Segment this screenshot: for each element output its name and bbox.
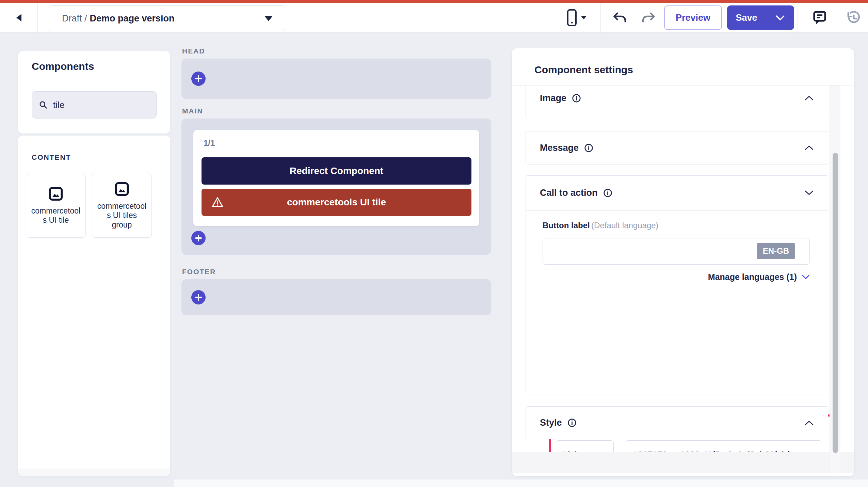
back-arrow-icon — [16, 14, 21, 21]
section-title: Style — [540, 418, 562, 428]
info-icon[interactable] — [572, 94, 581, 103]
head-drop-zone — [181, 59, 491, 99]
section-title: Image — [540, 93, 566, 104]
section-image-header[interactable]: Image — [526, 85, 828, 118]
settings-scrollbar-track — [830, 85, 840, 473]
chevron-down-icon — [804, 190, 814, 195]
section-message: Message — [526, 131, 828, 164]
undo-button[interactable] — [609, 8, 630, 27]
canvas-bottom-strip — [174, 480, 868, 487]
main-drop-zone: 1/1 Redirect Component commercetools UI … — [181, 119, 491, 255]
divider — [526, 210, 828, 211]
manage-languages-row: Manage languages (1) — [543, 272, 810, 282]
footer-drop-zone — [181, 279, 491, 315]
chevron-down-icon — [581, 16, 586, 19]
undo-icon — [612, 12, 627, 24]
info-icon[interactable] — [584, 143, 593, 153]
chevron-up-icon — [804, 420, 814, 426]
save-button[interactable]: Save — [727, 5, 766, 30]
settings-panel-title: Component settings — [534, 64, 633, 76]
components-panel: Components — [18, 51, 170, 133]
section-message-header[interactable]: Message — [526, 131, 828, 164]
add-component-main-button[interactable] — [191, 231, 206, 245]
component-bar-label: commercetools UI tile — [287, 197, 386, 208]
plus-icon — [195, 234, 202, 242]
page-indicator: 1/1 — [204, 138, 215, 148]
comment-icon — [812, 10, 827, 26]
save-button-label: Save — [736, 13, 757, 23]
components-list-panel: CONTENT commercetools UI tile commerceto… — [18, 136, 170, 476]
save-split-button[interactable]: Save — [727, 5, 794, 30]
section-style-header[interactable]: Style — [526, 407, 828, 439]
image-icon — [114, 181, 130, 197]
page-version-dropdown[interactable]: Draft / Demo page version — [49, 5, 285, 31]
chevron-down-icon — [264, 16, 273, 21]
button-label-field-label: Button label (Default language) — [543, 221, 659, 230]
settings-scrollbar-thumb[interactable] — [833, 153, 838, 453]
locale-badge: EN-GB — [757, 243, 795, 259]
history-button[interactable] — [842, 8, 864, 27]
add-component-footer-button[interactable] — [191, 290, 206, 304]
component-item-ui-tile[interactable]: commercetools UI tile — [26, 173, 86, 238]
components-panel-title: Components — [32, 61, 94, 72]
panel-footer-strip — [512, 452, 854, 473]
info-icon[interactable] — [603, 188, 612, 198]
top-toolbar: Draft / Demo page version Preview Save — [0, 0, 868, 33]
page-frame: 1/1 Redirect Component commercetools UI … — [193, 130, 479, 226]
back-button[interactable] — [0, 3, 37, 33]
manage-languages-link[interactable]: Manage languages (1) — [708, 272, 797, 282]
divider — [600, 3, 601, 33]
info-icon[interactable] — [567, 418, 577, 427]
component-search[interactable] — [32, 91, 157, 119]
section-style: Style — [526, 406, 828, 439]
redirect-component-bar[interactable]: Redirect Component — [202, 157, 471, 185]
search-icon — [39, 100, 48, 110]
chevron-up-icon — [804, 145, 814, 151]
component-item-label: commercetools UI tile — [31, 206, 81, 225]
panel-footer-strip — [18, 469, 170, 476]
preview-button[interactable]: Preview — [664, 5, 722, 30]
section-cta-header[interactable]: Call to action — [526, 176, 828, 210]
plus-icon — [195, 75, 202, 82]
preview-button-label: Preview — [676, 13, 710, 23]
default-language-hint: (Default language) — [591, 221, 658, 230]
content-section-label: CONTENT — [32, 153, 71, 161]
comments-button[interactable] — [809, 8, 831, 27]
chevron-down-icon — [775, 15, 785, 21]
save-options-button[interactable] — [766, 5, 794, 30]
divider — [798, 3, 798, 33]
section-title: Call to action — [540, 188, 598, 198]
chevron-up-icon — [804, 95, 814, 101]
component-item-ui-tiles-group[interactable]: commercetools UI tiles group — [92, 173, 152, 238]
redo-button[interactable] — [639, 8, 659, 27]
plus-icon — [195, 294, 202, 301]
device-preview-selector[interactable] — [561, 5, 592, 30]
topbar-accent-strip — [0, 0, 868, 3]
zone-label-main: MAIN — [182, 107, 203, 115]
mobile-phone-icon — [566, 9, 578, 27]
version-state-label: Draft / — [62, 13, 87, 24]
section-call-to-action: Call to action Button label (Default lan… — [526, 175, 828, 394]
version-name-label: Demo page version — [90, 13, 175, 24]
zone-label-footer: FOOTER — [182, 268, 216, 276]
image-icon — [48, 186, 64, 202]
ui-tile-component-bar[interactable]: commercetools UI tile — [202, 189, 471, 216]
add-component-head-button[interactable] — [191, 72, 206, 86]
component-bar-label: Redirect Component — [290, 166, 383, 176]
section-image: Image — [526, 85, 828, 118]
button-label-input-wrap: EN-GB — [543, 238, 810, 265]
history-clock-icon — [845, 10, 861, 26]
redo-icon — [641, 12, 657, 24]
component-settings-panel: Component settings Image Message — [512, 48, 854, 476]
chevron-down-icon — [802, 274, 810, 280]
settings-scroll-area: Image Message — [512, 85, 854, 473]
zone-label-head: HEAD — [182, 47, 205, 55]
component-item-label: commercetools UI tiles group — [97, 202, 147, 229]
section-title: Message — [540, 143, 579, 153]
divider — [37, 3, 38, 33]
warning-icon — [211, 196, 224, 209]
component-search-input[interactable] — [53, 100, 149, 110]
